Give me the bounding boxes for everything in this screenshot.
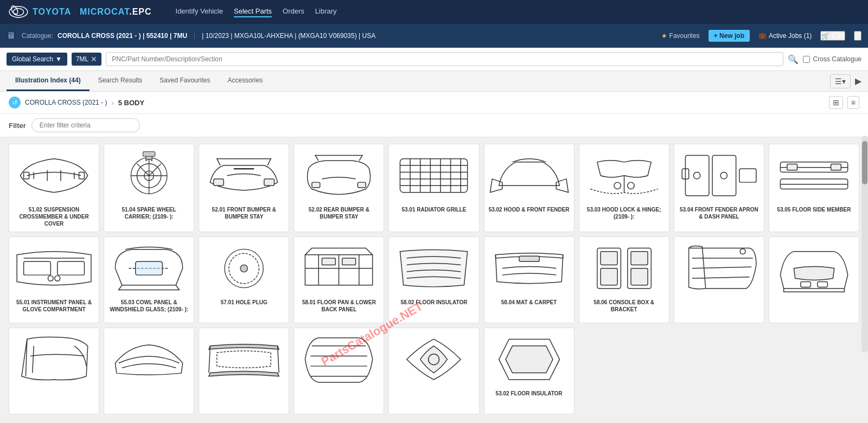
svg-rect-30 <box>739 169 756 183</box>
expand-button[interactable]: ⤢ <box>854 31 861 41</box>
part-label-53-02: 53.02 HOOD & FRONT FENDER <box>489 206 570 213</box>
breadcrumb-view-actions: ⊞ ≡ <box>829 96 859 109</box>
svg-point-33 <box>720 172 727 179</box>
tab-search-results[interactable]: Search Results <box>90 71 151 91</box>
search-tag: 7ML ✕ <box>72 53 101 66</box>
part-card-row3-6[interactable] <box>293 328 384 414</box>
part-image-55-01 <box>14 241 94 296</box>
svg-point-45 <box>240 265 247 272</box>
part-card-53-02b[interactable]: 53.02 FLOOR INSULATOR <box>484 328 575 414</box>
part-label-53-04: 53.04 FRONT FENDER APRON & DASH PANEL <box>679 206 760 220</box>
part-image-58-01 <box>298 241 379 296</box>
part-label-58-04: 58.04 MAT & CARPET <box>501 299 557 306</box>
cart-icon: 🛒 <box>821 32 829 40</box>
part-card-row3-7[interactable] <box>388 328 479 414</box>
search-submit-button[interactable]: 🔍 <box>788 54 799 65</box>
catalogue-date: | 10/2023 | MXGA10L-AHXEHA | (MXGA10 V06… <box>202 32 375 40</box>
catalogue-icon: 🖥 <box>7 31 15 41</box>
part-image-row3-4 <box>108 332 189 387</box>
part-image-row3-1 <box>679 241 760 296</box>
part-card-58-06[interactable]: 58.06 CONSOLE BOX & BRACKET <box>579 236 669 323</box>
active-jobs-button[interactable]: 💼 Active Jobs (1) <box>758 32 812 40</box>
part-image-row3-3 <box>14 332 94 387</box>
part-card-row3-5[interactable] <box>199 328 289 414</box>
part-card-53-04[interactable]: 53.04 FRONT FENDER APRON & DASH PANEL <box>674 144 764 232</box>
part-card-53-02[interactable]: 53.02 HOOD & FRONT FENDER <box>484 144 575 232</box>
nav-links: Identify Vehicle Select Parts Orders Lib… <box>176 7 337 17</box>
tab-view-actions: ☰▾ ▶ <box>830 74 861 88</box>
part-label-52-02: 52.02 REAR BUMPER & BUMPER STAY <box>298 206 379 220</box>
part-card-52-02[interactable]: 52.02 REAR BUMPER & BUMPER STAY <box>293 144 384 232</box>
scrollbar[interactable] <box>861 136 868 352</box>
breadcrumb-parent[interactable]: COROLLA CROSS (2021 - ) <box>25 99 107 106</box>
part-image-55-03 <box>108 241 189 296</box>
part-card-57-01[interactable]: 57.01 HOLE PLUG <box>199 236 289 323</box>
svg-rect-36 <box>787 164 797 170</box>
tab-accessories[interactable]: Accessories <box>219 71 271 91</box>
global-search-button[interactable]: Global Search ▼ <box>7 53 67 66</box>
svg-rect-11 <box>214 179 224 185</box>
part-card-53-05[interactable]: 53.05 FLOOR SIDE MEMBER <box>769 144 859 232</box>
svg-rect-39 <box>58 262 85 275</box>
part-label-53-02b: 53.02 FLOOR INSULATOR <box>496 390 563 397</box>
nav-library[interactable]: Library <box>315 7 337 17</box>
svg-rect-47 <box>342 258 356 265</box>
grid-view-button[interactable]: ⊞ <box>829 96 843 109</box>
svg-rect-53 <box>601 268 617 285</box>
part-card-row3-3[interactable] <box>9 328 99 414</box>
part-card-58-02[interactable]: 58.02 FLOOR INSULATOR <box>388 236 479 323</box>
part-card-53-01[interactable]: 53.01 RADIATOR GRILLE <box>388 144 479 232</box>
part-card-52-01[interactable]: 52.01 FRONT BUMPER & BUMPER STAY <box>199 144 289 232</box>
part-label-57-01: 57.01 HOLE PLUG <box>221 299 267 306</box>
part-label-51-02: 51.02 SUSPENSION CROSSMEMBER & UNDER COV… <box>14 206 94 227</box>
breadcrumb-bar: ↺ COROLLA CROSS (2021 - ) › 5 BODY ⊞ ≡ <box>0 92 868 114</box>
svg-point-26 <box>614 182 621 189</box>
search-input[interactable] <box>106 52 783 66</box>
svg-rect-37 <box>831 164 841 170</box>
part-card-51-04[interactable]: 51.04 SPARE WHEEL CARRIER; (2109- ): <box>104 144 194 232</box>
part-image-row3-7 <box>393 332 474 387</box>
part-image-53-01 <box>393 149 474 203</box>
svg-rect-48 <box>519 257 539 262</box>
part-label-58-06: 58.06 CONSOLE BOX & BRACKET <box>584 299 665 313</box>
part-image-row3-6 <box>298 332 379 387</box>
favourites-button[interactable]: ★ Favourites <box>661 32 700 40</box>
cart-button[interactable]: 🛒 Cart <box>820 31 845 41</box>
scrollbar-thumb[interactable] <box>862 141 867 184</box>
part-card-58-01[interactable]: 58.01 FLOOR PAN & LOWER BACK PANEL <box>293 236 384 323</box>
close-tag-button[interactable]: ✕ <box>91 55 97 63</box>
export-button[interactable]: ▶ <box>855 76 861 86</box>
main-content: PartsCatalogue.NET 51.02 SUSPENSION CROS… <box>0 137 868 423</box>
tab-illustration-index[interactable]: Illustration Index (44) <box>7 71 90 91</box>
list-view-button[interactable]: ☰▾ <box>830 74 851 88</box>
part-label-52-01: 52.01 FRONT BUMPER & BUMPER STAY <box>203 206 284 220</box>
nav-select-parts[interactable]: Select Parts <box>234 7 272 17</box>
part-image-53-05 <box>774 149 854 203</box>
part-card-row3-2[interactable] <box>769 236 859 323</box>
part-label-53-05: 53.05 FLOOR SIDE MEMBER <box>777 206 851 213</box>
nav-orders[interactable]: Orders <box>283 7 304 17</box>
part-card-row3-4[interactable] <box>104 328 194 414</box>
part-card-55-01[interactable]: 55.01 INSTRUMENT PANEL & GLOVE COMPARTME… <box>9 236 99 323</box>
home-breadcrumb-icon[interactable]: ↺ <box>9 97 21 108</box>
svg-point-27 <box>627 182 634 189</box>
svg-rect-29 <box>712 156 736 196</box>
filter-input[interactable] <box>31 118 140 132</box>
part-card-58-04[interactable]: 58.04 MAT & CARPET <box>484 236 575 323</box>
nav-identify-vehicle[interactable]: Identify Vehicle <box>176 7 223 17</box>
list-view-toggle-button[interactable]: ≡ <box>847 96 859 109</box>
cross-catalogue-checkbox[interactable] <box>803 56 810 63</box>
part-card-53-03[interactable]: 53.03 HOOD LOCK & HINGE; (2109- ): <box>579 144 669 232</box>
part-label-55-03: 55.03 COWL PANEL & WINDSHIELD GLASS; (21… <box>108 299 189 313</box>
search-bar: Global Search ▼ 7ML ✕ 🔍 Cross Catalogue <box>0 48 868 71</box>
part-card-51-02[interactable]: 51.02 SUSPENSION CROSSMEMBER & UNDER COV… <box>9 144 99 232</box>
tab-saved-favourites[interactable]: Saved Favourites <box>151 71 219 91</box>
part-image-58-02 <box>393 241 474 296</box>
cross-catalogue-option[interactable]: Cross Catalogue <box>803 55 861 63</box>
part-card-row3-1[interactable] <box>674 236 764 323</box>
catalogue-value: COROLLA CROSS (2021 - ) | 552410 | 7MU <box>58 32 187 40</box>
svg-rect-14 <box>358 182 366 188</box>
svg-rect-52 <box>631 252 648 265</box>
new-job-button[interactable]: + New job <box>709 30 750 42</box>
part-card-55-03[interactable]: 55.03 COWL PANEL & WINDSHIELD GLASS; (21… <box>104 236 194 323</box>
